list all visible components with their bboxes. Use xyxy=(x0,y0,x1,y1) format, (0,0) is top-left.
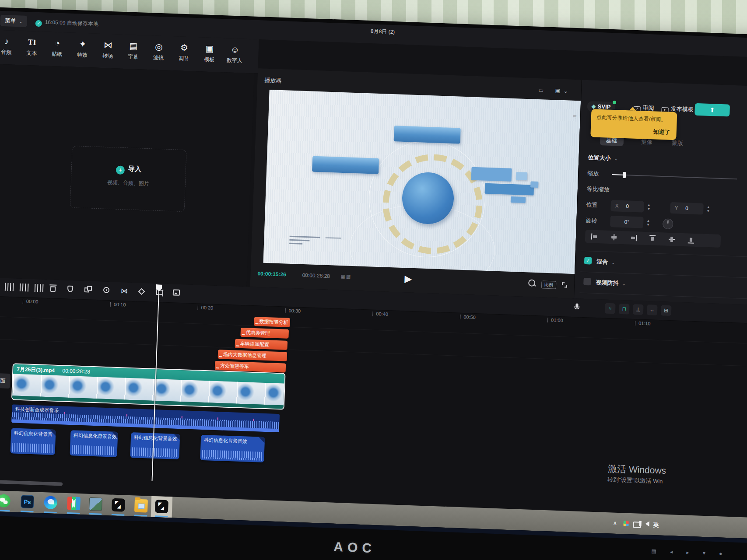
video-clip-name: 7月25日(3).mp4 xyxy=(17,366,55,374)
record-voice-icon[interactable] xyxy=(573,303,582,312)
display-mode-icon[interactable]: ▭ xyxy=(538,87,544,93)
link-toggle[interactable]: ⊓ xyxy=(619,304,630,315)
taskbar-wechat-icon[interactable] xyxy=(0,494,11,508)
text-clip[interactable]: 数据报表分析 xyxy=(254,317,290,327)
zoom-fit-icon[interactable] xyxy=(528,279,536,287)
monitor-brand-logo: AOC xyxy=(333,539,376,556)
align-middle-icon[interactable] xyxy=(668,236,676,243)
import-hint: 视频、音频、图片 xyxy=(71,178,185,189)
share-tooltip: 点此可分享给他人查看/审阅。 知道了 xyxy=(590,109,677,140)
import-label: 导入 xyxy=(128,165,142,173)
text-clip[interactable]: 车辆添加配置 xyxy=(235,339,288,350)
toolbar-item-adjust[interactable]: ⚙调节 xyxy=(172,42,197,63)
sfx-clip[interactable]: 科幻信息化背景音效 xyxy=(200,435,265,462)
toolbar-item-captions[interactable]: ▤字幕 xyxy=(121,40,146,61)
taskbar-explorer-icon[interactable] xyxy=(134,499,148,513)
preview-bar xyxy=(312,156,379,174)
subtab-mask[interactable]: 蒙版 xyxy=(672,139,684,147)
align-top-icon[interactable] xyxy=(649,235,656,242)
video-preview[interactable] xyxy=(263,90,581,274)
play-button[interactable]: ▶ xyxy=(404,273,412,285)
position-x-stepper[interactable]: X0 xyxy=(610,200,644,213)
taskbar-edge-icon[interactable] xyxy=(44,496,57,509)
taskbar-jianying-active-icon[interactable]: ◤◢ xyxy=(155,500,168,513)
taskbar-photos-icon[interactable] xyxy=(89,497,102,511)
align-right-icon[interactable] xyxy=(630,234,637,242)
blend-checkbox[interactable]: ✓ xyxy=(584,257,592,265)
preview-pixel-block xyxy=(516,172,528,180)
overlay-icon[interactable] xyxy=(84,286,93,294)
auto-ripple-toggle[interactable]: ↔ xyxy=(647,304,658,315)
taskbar-reader-icon[interactable] xyxy=(67,497,81,510)
text-clip[interactable]: 方众智慧停车 xyxy=(215,361,286,373)
scale-slider[interactable] xyxy=(612,174,737,179)
menu-button[interactable]: 菜单⌄ xyxy=(0,15,27,27)
speed-icon[interactable] xyxy=(103,287,111,295)
sfx-clip[interactable]: 科幻信息化背景音效 xyxy=(70,430,118,457)
rotate-dial[interactable] xyxy=(663,218,673,229)
import-dropzone[interactable]: +导入 视频、音频、图片 xyxy=(70,146,187,212)
toolbar-item-filter[interactable]: ◎滤镜 xyxy=(146,41,172,62)
sfx-clip[interactable]: 科幻信息化背景音 xyxy=(11,428,56,455)
subtab-matting[interactable]: 抠像 xyxy=(641,138,653,146)
magnet-toggle[interactable]: ≈ xyxy=(605,303,616,314)
freeze-frame-icon[interactable] xyxy=(173,289,181,297)
toolbar-item-text[interactable]: TI文本 xyxy=(19,36,45,57)
tray-language-indicator[interactable]: 英 xyxy=(653,521,659,529)
toolbar-item-effects[interactable]: ✦特效 xyxy=(70,38,95,60)
monitor-osd-buttons[interactable]: ▤ ◂ ▸ ▾ ● xyxy=(651,548,728,557)
x-spin-buttons[interactable]: ▲▼ xyxy=(645,201,652,213)
trim-right-icon[interactable] xyxy=(35,284,43,292)
taskbar-jianying-icon[interactable]: ◤◢ xyxy=(112,498,125,512)
toolbar-item-audio[interactable]: ♪音频 xyxy=(0,35,19,56)
hamburger-icon[interactable]: ≡ xyxy=(573,113,577,120)
toolbar-item-transition[interactable]: ⋈转场 xyxy=(95,39,121,60)
frame-grid-icon[interactable]: ▦▦ xyxy=(340,273,351,280)
y-spin-buttons[interactable]: ▲▼ xyxy=(705,203,712,215)
blend-label[interactable]: 混合⌄ xyxy=(596,258,615,266)
divider xyxy=(580,272,747,279)
position-y-stepper[interactable]: Y0 xyxy=(670,202,704,215)
stabilize-label[interactable]: 视频防抖⌄ xyxy=(596,279,626,287)
align-left-icon[interactable] xyxy=(591,233,599,240)
mask-icon[interactable] xyxy=(67,285,75,294)
waveform xyxy=(72,445,116,455)
toolbar-item-sticker[interactable]: ◔贴纸 xyxy=(45,37,70,59)
toolbar-item-digital-human[interactable]: ☺数字人 xyxy=(222,43,248,65)
system-tray: ∧ 英 xyxy=(613,513,675,536)
fullscreen-icon[interactable] xyxy=(562,282,567,287)
trim-left-icon[interactable] xyxy=(20,284,28,292)
split-clip-icon[interactable] xyxy=(5,283,13,291)
delete-icon[interactable] xyxy=(49,284,58,293)
tray-app-icon[interactable] xyxy=(623,521,628,526)
timeline-zoom-toggle[interactable]: ⊞ xyxy=(661,305,672,316)
sfx-clip[interactable]: 科幻信息化背景音效 xyxy=(130,432,180,459)
tray-volume-icon[interactable] xyxy=(645,521,649,526)
rotate-spin-buttons[interactable]: ▲▼ xyxy=(645,217,652,228)
section-position-size[interactable]: 位置大小⌄ xyxy=(588,154,618,162)
taskbar-photoshop-icon[interactable]: Ps xyxy=(21,495,34,508)
align-center-icon[interactable] xyxy=(610,234,618,241)
display-layout-icon[interactable]: ▣ xyxy=(555,88,560,94)
rotate-value: 0° xyxy=(610,216,644,228)
chevron-down-icon[interactable]: ⌄ xyxy=(564,88,568,94)
slider-thumb[interactable] xyxy=(623,172,626,178)
tooltip-ok-button[interactable]: 知道了 xyxy=(653,128,670,136)
timeline-scrollbar[interactable] xyxy=(0,480,63,486)
music-clip[interactable]: 科技创新合成器音乐 xyxy=(11,404,280,432)
align-bottom-icon[interactable] xyxy=(687,236,695,244)
audio-icon: ♪ xyxy=(0,35,19,47)
text-clip[interactable]: 优惠券管理 xyxy=(240,328,289,339)
mirror-icon[interactable]: ⋈ xyxy=(120,287,129,295)
rotate-stepper[interactable]: 0° xyxy=(610,216,644,228)
export-button[interactable]: ⬆ xyxy=(694,103,730,117)
toolbar-item-template[interactable]: ▣模板 xyxy=(197,42,222,64)
keyframe-icon[interactable] xyxy=(138,287,146,296)
cover-button[interactable]: 封面 xyxy=(0,373,11,389)
text-clip[interactable]: 场内大数据信息管理 xyxy=(218,350,288,361)
tray-expand-icon[interactable]: ∧ xyxy=(613,520,617,526)
position-label: 位置 xyxy=(586,201,598,209)
stabilize-checkbox[interactable] xyxy=(583,278,591,286)
ratio-button[interactable]: 比例 xyxy=(541,280,556,289)
preview-axis-toggle[interactable]: ⊥ xyxy=(633,304,644,315)
